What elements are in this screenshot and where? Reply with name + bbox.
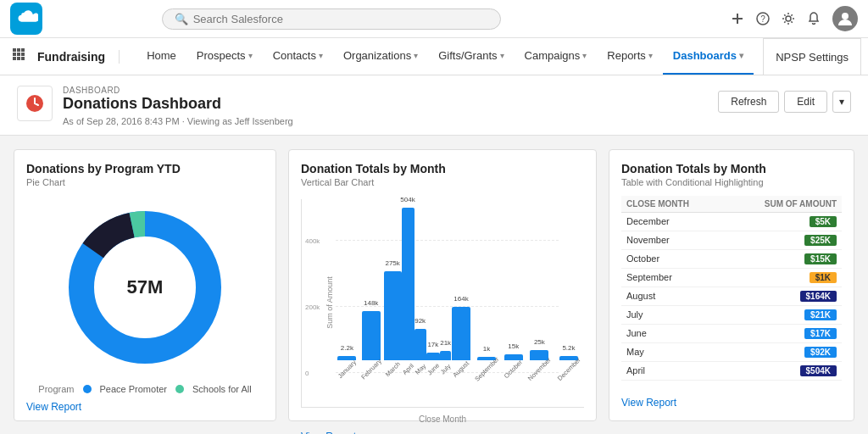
nav-item-campaigns[interactable]: Campaigns ▾ xyxy=(515,38,598,75)
bar-chart-subtitle: Vertical Bar Chart xyxy=(301,177,584,187)
svg-rect-1 xyxy=(732,18,743,19)
help-button[interactable]: ? xyxy=(756,12,770,25)
bar-value-feb: 148k xyxy=(362,311,381,360)
search-input[interactable] xyxy=(193,13,488,25)
nav-item-home[interactable]: Home xyxy=(136,38,186,75)
bar-sep: 1k September xyxy=(471,357,503,373)
amount-badge: $17K xyxy=(804,328,837,339)
svg-point-5 xyxy=(842,13,849,19)
pie-view-report-link[interactable]: View Report xyxy=(26,401,264,413)
nav-item-prospects[interactable]: Prospects ▾ xyxy=(186,38,263,75)
nav-item-gifts-grants[interactable]: Gifts/Grants ▾ xyxy=(428,38,514,75)
table-scroll-area[interactable]: CLOSE MONTH SUM OF AMOUNT December $5K N… xyxy=(621,196,842,390)
pie-chart-title: Donations by Program YTD xyxy=(26,162,264,175)
add-button[interactable] xyxy=(731,12,744,25)
bar-value-aug: 164k xyxy=(452,307,470,360)
cell-month-jul: July xyxy=(621,305,725,324)
grid-menu-button[interactable] xyxy=(7,42,31,70)
dashboard-label: DASHBOARD xyxy=(63,86,293,95)
cell-amount-oct: $15K xyxy=(725,249,842,268)
cell-amount-aug: $164K xyxy=(725,287,842,305)
bar-label-apr: April xyxy=(401,362,415,376)
table-row: June $17K xyxy=(621,324,842,342)
legend-label-program: Program xyxy=(38,384,74,394)
bar-jan: 2.2k January xyxy=(336,356,359,373)
amount-badge: $5K xyxy=(810,216,837,227)
app-name: Fundraising xyxy=(37,50,120,64)
svg-point-4 xyxy=(786,16,791,21)
bar-oct: 15k October xyxy=(502,354,525,373)
bar-nov: 25k November xyxy=(525,350,554,373)
bar-mar: 275k March xyxy=(384,271,402,373)
bar-view-report-link[interactable]: View Report xyxy=(301,431,584,434)
nav-item-organizations[interactable]: Organizations ▾ xyxy=(333,38,428,75)
table-row: September $1K xyxy=(621,268,842,287)
nav-item-reports[interactable]: Reports ▾ xyxy=(597,38,663,75)
pie-chart-subtitle: Pie Chart xyxy=(26,177,264,187)
npsp-settings-button[interactable]: NPSP Settings xyxy=(763,38,861,75)
notifications-button[interactable] xyxy=(807,12,821,25)
bar-jun: 17k June xyxy=(426,353,440,373)
donations-table: CLOSE MONTH SUM OF AMOUNT December $5K N… xyxy=(621,196,842,381)
chevron-down-icon: ▾ xyxy=(319,51,323,60)
bar-feb: 148k February xyxy=(359,311,384,373)
refresh-button[interactable]: Refresh xyxy=(718,91,779,113)
settings-button[interactable] xyxy=(782,12,795,25)
amount-badge: $15K xyxy=(804,253,837,264)
dashboard-actions: Refresh Edit ▾ xyxy=(718,91,851,113)
bar-value-may: 92k xyxy=(415,329,426,360)
dashboard-meta: As of Sep 28, 2016 8:43 PM · Viewing as … xyxy=(63,116,293,126)
table-card-subtitle: Table with Conditional Highlighting xyxy=(621,177,842,187)
chevron-down-icon: ▾ xyxy=(582,51,587,60)
dashboard-title-block: DASHBOARD Donations Dashboard As of Sep … xyxy=(63,86,293,126)
svg-rect-9 xyxy=(13,53,16,56)
search-bar[interactable]: 🔍 xyxy=(162,8,501,30)
cell-amount-jul: $21K xyxy=(725,305,842,324)
svg-rect-10 xyxy=(17,53,20,56)
chevron-down-icon: ▾ xyxy=(739,51,743,60)
svg-text:?: ? xyxy=(760,14,765,24)
chevron-down-icon: ▾ xyxy=(500,51,504,60)
bar-may: 92k May xyxy=(415,329,426,373)
svg-rect-12 xyxy=(13,57,16,60)
pie-chart-card: Donations by Program YTD Pie Chart 57M P… xyxy=(14,149,276,421)
amount-badge: $164K xyxy=(800,291,837,302)
table-view-report-link[interactable]: View Report xyxy=(621,397,842,409)
bar-aug: 164k August xyxy=(451,307,470,373)
cell-month-sep: September xyxy=(621,268,725,287)
table-row: August $164K xyxy=(621,287,842,305)
col-header-month: CLOSE MONTH xyxy=(621,196,725,213)
col-header-amount: SUM OF AMOUNT xyxy=(725,196,842,213)
bar-label-oct: October xyxy=(503,358,524,379)
svg-rect-11 xyxy=(21,53,25,56)
cell-month-nov: November xyxy=(621,231,725,249)
y-gridline-400k: 400k xyxy=(336,240,559,241)
edit-button[interactable]: Edit xyxy=(784,91,827,113)
table-row: May $92K xyxy=(621,342,842,361)
table-row: December $5K xyxy=(621,212,842,231)
svg-rect-8 xyxy=(21,48,25,52)
cell-amount-apr: $504K xyxy=(725,361,842,380)
bar-label-aug: August xyxy=(452,359,471,379)
table-row: November $25K xyxy=(621,231,842,249)
nav-item-dashboards[interactable]: Dashboards ▾ xyxy=(663,38,754,75)
avatar[interactable] xyxy=(832,6,858,31)
cell-amount-dec: $5K xyxy=(725,212,842,231)
svg-rect-6 xyxy=(13,48,16,52)
nav-items: Home Prospects ▾ Contacts ▾ Organization… xyxy=(136,38,754,75)
amount-badge: $1K xyxy=(810,272,837,283)
content-area: Donations by Program YTD Pie Chart 57M P… xyxy=(0,136,868,434)
nav-item-contacts[interactable]: Contacts ▾ xyxy=(263,38,333,75)
table-row: April $504K xyxy=(621,361,842,380)
dashboard-icon xyxy=(17,86,53,121)
svg-rect-13 xyxy=(17,57,20,60)
cell-amount-jun: $17K xyxy=(725,324,842,342)
salesforce-logo[interactable] xyxy=(10,3,42,35)
bar-label-jul: July xyxy=(439,362,453,376)
bar-chart-area: Sum of Amount 400k 200k 0 2.2k January 1… xyxy=(301,199,584,408)
legend-item-peace-promoter: Peace Promoter xyxy=(100,384,167,394)
bar-label-feb: February xyxy=(359,357,383,381)
bar-value-jul: 21k xyxy=(440,351,451,360)
dropdown-button[interactable]: ▾ xyxy=(832,91,851,113)
bar-label-jun: June xyxy=(426,361,441,376)
